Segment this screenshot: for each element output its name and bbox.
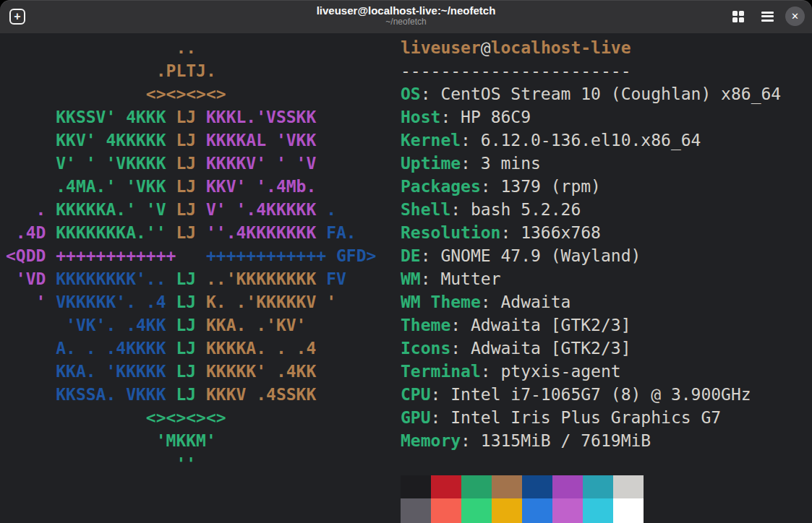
info-value: : Adwaita [GTK2/3]	[450, 316, 631, 334]
palette-swatch	[431, 498, 461, 523]
palette-swatch	[613, 475, 644, 498]
palette-swatch	[552, 475, 583, 498]
close-button[interactable]: ✕	[785, 7, 805, 26]
palette-row	[401, 498, 644, 523]
neofetch-info: liveuser@localhost-live ----------------…	[401, 36, 781, 452]
titlebar-titles: liveuser@localhost-live:~/neofetch ~/neo…	[0, 0, 812, 27]
info-row: Uptime: 3 mins	[401, 152, 781, 175]
plus-icon: +	[14, 10, 20, 22]
color-palette	[401, 475, 644, 523]
info-label: GPU	[401, 408, 431, 427]
ascii-art-line: KKA. 'KKKKK LJ KKKKK' .4KK	[6, 360, 376, 383]
info-label: Memory	[401, 431, 461, 450]
new-tab-button[interactable]: +	[9, 9, 25, 25]
info-row: Terminal: ptyxis-agent	[401, 360, 781, 383]
palette-swatch	[401, 475, 431, 498]
info-row: OS: CentOS Stream 10 (Coughlan) x86_64	[401, 82, 781, 105]
info-value: : 1315MiB / 7619MiB	[461, 431, 651, 450]
window-title: liveuser@localhost-live:~/neofetch	[0, 4, 812, 17]
palette-swatch	[401, 498, 431, 523]
info-label: Packages	[401, 177, 481, 196]
info-label: Uptime	[401, 154, 461, 173]
info-label: Terminal	[401, 362, 481, 381]
info-label: DE	[401, 246, 421, 265]
terminal-body[interactable]: .. .PLTJ. <><><><> KKSSV' 4KKK LJ KKKL.'…	[0, 33, 812, 523]
info-label: WM	[401, 269, 421, 288]
ascii-art-line: A. . .4KKKK LJ KKKKA. . .4	[6, 337, 376, 360]
neofetch-title-line: liveuser@localhost-live	[401, 36, 781, 59]
info-label: Icons	[401, 339, 450, 358]
info-row: Packages: 1379 (rpm)	[401, 175, 781, 198]
info-label: Host	[401, 108, 440, 126]
info-row: Memory: 1315MiB / 7619MiB	[401, 429, 781, 452]
info-row: WM Theme: Adwaita	[401, 290, 781, 314]
palette-swatch	[583, 498, 613, 523]
info-label: Shell	[401, 200, 450, 219]
palette-row	[401, 475, 644, 498]
palette-swatch	[461, 498, 492, 523]
ascii-art-line: .4D KKKKKKKA.'' LJ ''.4KKKKKKK FA.	[6, 221, 376, 244]
palette-swatch	[583, 475, 613, 498]
ascii-art-line: .4MA.' 'VKK LJ KKV' '.4Mb.	[6, 175, 376, 198]
info-label: Theme	[401, 316, 450, 334]
palette-swatch	[431, 475, 461, 498]
info-row: Icons: Adwaita [GTK2/3]	[401, 337, 781, 360]
ascii-art-line: <><><><>	[6, 406, 376, 429]
info-label: WM Theme	[401, 293, 481, 311]
palette-swatch	[461, 475, 492, 498]
ascii-art-line: 'VK'. .4KK LJ KKA. .'KV'	[6, 314, 376, 337]
close-icon: ✕	[791, 11, 799, 22]
info-value: : 6.12.0-136.el10.x86_64	[461, 131, 701, 150]
palette-swatch	[492, 475, 522, 498]
ascii-art: .. .PLTJ. <><><><> KKSSV' 4KKK LJ KKKL.'…	[6, 36, 376, 475]
at-sign: @	[481, 38, 491, 57]
titlebar: liveuser@localhost-live:~/neofetch ~/neo…	[0, 0, 812, 33]
palette-swatch	[522, 498, 552, 523]
host-name: localhost-live	[491, 38, 631, 57]
info-label: Resolution	[401, 223, 500, 242]
ascii-art-line: ''	[6, 452, 376, 475]
info-value: : Adwaita	[481, 293, 571, 311]
ascii-art-line: 'VD KKKKKKKK'.. LJ ..'KKKKKKKK FV	[6, 267, 376, 290]
info-row: Host: HP 86C9	[401, 105, 781, 129]
info-label: Kernel	[401, 131, 461, 150]
ascii-art-line: KKSSA. VKKK LJ KKKV .4SSKK	[6, 383, 376, 406]
ascii-art-line: . KKKKKA.' 'V LJ V' '.4KKKKK .	[6, 198, 376, 221]
ascii-art-line: <><><><>	[6, 82, 376, 105]
window-subtitle: ~/neofetch	[0, 17, 812, 27]
info-label: OS	[401, 85, 421, 103]
info-row: DE: GNOME 47.9 (Wayland)	[401, 244, 781, 267]
info-value: : bash 5.2.26	[450, 200, 581, 219]
ascii-art-line: V' ' 'VKKKK LJ KKKKV' ' 'V	[6, 152, 376, 175]
info-row: WM: Mutter	[401, 267, 781, 290]
terminal-window: liveuser@localhost-live:~/neofetch ~/neo…	[0, 0, 812, 523]
info-value: : CentOS Stream 10 (Coughlan) x86_64	[421, 85, 782, 103]
info-entries: OS: CentOS Stream 10 (Coughlan) x86_64Ho…	[401, 82, 781, 452]
info-row: Theme: Adwaita [GTK2/3]	[401, 314, 781, 337]
info-value: : HP 86C9	[440, 108, 531, 126]
info-value: : Mutter	[421, 269, 501, 288]
info-value: : Adwaita [GTK2/3]	[450, 339, 631, 358]
tab-overview-button[interactable]	[732, 11, 744, 22]
ascii-art-line: .PLTJ.	[6, 59, 376, 82]
info-row: Resolution: 1366x768	[401, 221, 781, 244]
ascii-art-line: 'MKKM'	[6, 429, 376, 452]
info-value: : 1379 (rpm)	[481, 177, 601, 196]
menu-button[interactable]	[761, 12, 774, 22]
ascii-art-line: ..	[6, 36, 376, 59]
ascii-art-line: <QDD ++++++++++++ ++++++++++++ GFD>	[6, 244, 376, 267]
info-row: GPU: Intel Iris Plus Graphics G7	[401, 406, 781, 429]
info-row: Shell: bash 5.2.26	[401, 198, 781, 221]
info-value: : Intel i7-1065G7 (8) @ 3.900GHz	[431, 385, 751, 404]
user-name: liveuser	[401, 38, 481, 57]
ascii-art-line: KKV' 4KKKKK LJ KKKKAL 'VKK	[6, 129, 376, 152]
info-value: : ptyxis-agent	[481, 362, 621, 381]
info-row: CPU: Intel i7-1065G7 (8) @ 3.900GHz	[401, 383, 781, 406]
palette-swatch	[552, 498, 583, 523]
info-row: Kernel: 6.12.0-136.el10.x86_64	[401, 129, 781, 152]
ascii-art-line: ' VKKKKK'. .4 LJ K. .'KKKKKV '	[6, 290, 376, 314]
info-label: CPU	[401, 385, 431, 404]
ascii-art-line: KKSSV' 4KKK LJ KKKL.'VSSKK	[6, 105, 376, 129]
palette-swatch	[613, 498, 644, 523]
separator-line: -----------------------	[401, 59, 781, 82]
